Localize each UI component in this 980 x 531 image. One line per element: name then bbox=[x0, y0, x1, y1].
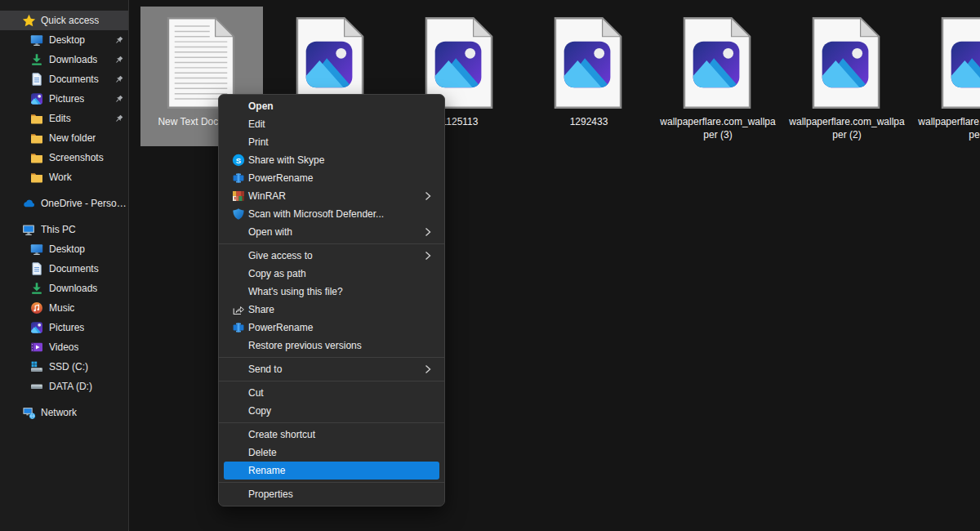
menu-icon-spacer bbox=[232, 446, 245, 459]
sidebar-item-new-folder[interactable]: New folder bbox=[0, 128, 128, 148]
menu-separator bbox=[219, 422, 444, 423]
sidebar-item-label: DATA (D:) bbox=[49, 381, 92, 392]
music-icon bbox=[29, 301, 44, 315]
menu-item-winrar[interactable]: WinRAR bbox=[224, 187, 439, 205]
menu-item-give-access-to[interactable]: Give access to bbox=[224, 247, 439, 265]
sidebar-item-label: SSD (C:) bbox=[49, 361, 88, 373]
menu-item-powerrename[interactable]: PowerRename bbox=[224, 319, 439, 337]
menu-item-copy-as-path[interactable]: Copy as path bbox=[224, 265, 439, 283]
sidebar-item-label: Videos bbox=[49, 341, 78, 353]
sidebar-item-work[interactable]: Work bbox=[0, 167, 128, 187]
sidebar-item-edits[interactable]: Edits bbox=[0, 109, 128, 128]
documents-icon bbox=[29, 73, 44, 87]
menu-icon-spacer bbox=[232, 428, 245, 441]
file-name: 1292433 bbox=[570, 116, 608, 134]
desktop-icon bbox=[29, 243, 44, 257]
share-icon bbox=[232, 303, 245, 316]
pin-icon bbox=[114, 114, 124, 124]
desktop-icon bbox=[29, 33, 44, 47]
menu-item-open[interactable]: Open bbox=[224, 97, 439, 115]
sidebar-item-videos[interactable]: Videos bbox=[0, 337, 128, 357]
drive-icon bbox=[29, 380, 44, 394]
menu-item-open-with[interactable]: Open with bbox=[224, 223, 439, 241]
sidebar-item-desktop[interactable]: Desktop bbox=[0, 30, 128, 50]
menu-item-label: Open with bbox=[248, 226, 292, 238]
sidebar-item-downloads[interactable]: Downloads bbox=[0, 50, 128, 69]
sidebar-item-downloads[interactable]: Downloads bbox=[0, 279, 128, 298]
menu-item-label: Cut bbox=[248, 387, 264, 399]
menu-item-label: Delete bbox=[248, 447, 277, 458]
menu-separator bbox=[219, 357, 444, 358]
menu-separator bbox=[219, 243, 444, 244]
menu-icon-spacer bbox=[232, 118, 245, 131]
star-icon bbox=[21, 14, 36, 28]
image-file-icon bbox=[683, 16, 753, 111]
sidebar-item-network[interactable]: Network bbox=[0, 403, 128, 422]
downloads-icon bbox=[29, 282, 44, 296]
sidebar-item-screenshots[interactable]: Screenshots bbox=[0, 148, 128, 167]
menu-icon-spacer bbox=[232, 136, 245, 149]
menu-item-print[interactable]: Print bbox=[224, 133, 439, 151]
menu-item-share-with-skype[interactable]: SShare with Skype bbox=[224, 151, 439, 169]
sidebar-item-pictures[interactable]: Pictures bbox=[0, 89, 128, 109]
sidebar-item-documents[interactable]: Documents bbox=[0, 259, 128, 279]
sidebar-item-ssd-c[interactable]: SSD (C:) bbox=[0, 357, 128, 377]
documents-icon bbox=[29, 262, 44, 276]
menu-item-rename[interactable]: Rename bbox=[224, 462, 439, 480]
menu-item-powerrename[interactable]: PowerRename bbox=[224, 169, 439, 187]
menu-icon-spacer bbox=[232, 100, 245, 113]
menu-item-label: Restore previous versions bbox=[248, 340, 362, 351]
file-tile-wallpaperflare-com-wallpaper-3[interactable]: wallpaperflare.com_wallpaper (3) bbox=[657, 7, 779, 146]
file-name: wallpaperflare.com_wallpaper bbox=[916, 116, 980, 146]
sidebar-item-quick-access[interactable]: Quick access bbox=[0, 11, 128, 30]
file-explorer-window: Quick accessDesktopDownloadsDocumentsPic… bbox=[0, 0, 980, 531]
image-file-icon bbox=[941, 16, 980, 111]
menu-item-label: PowerRename bbox=[248, 322, 313, 333]
file-tile-wallpaperflare-com-wallpaper[interactable]: wallpaperflare.com_wallpaper bbox=[915, 7, 980, 146]
menu-icon-spacer bbox=[232, 404, 245, 417]
folder-icon bbox=[29, 132, 44, 145]
sidebar-item-music[interactable]: Music bbox=[0, 298, 128, 318]
menu-item-what-s-using-this-file[interactable]: What's using this file? bbox=[224, 283, 439, 301]
menu-icon-spacer bbox=[232, 285, 245, 298]
sidebar-item-data-d[interactable]: DATA (D:) bbox=[0, 377, 128, 396]
sidebar-item-desktop[interactable]: Desktop bbox=[0, 239, 128, 259]
file-tile-1292433[interactable]: 1292433 bbox=[528, 7, 650, 146]
menu-item-send-to[interactable]: Send to bbox=[224, 360, 439, 378]
network-icon bbox=[21, 406, 36, 420]
sidebar-item-label: Pictures bbox=[49, 93, 84, 105]
menu-item-edit[interactable]: Edit bbox=[224, 115, 439, 133]
menu-item-create-shortcut[interactable]: Create shortcut bbox=[224, 426, 439, 444]
folder-icon bbox=[29, 171, 44, 185]
menu-item-label: Create shortcut bbox=[248, 429, 315, 440]
menu-icon-spacer bbox=[232, 267, 245, 280]
menu-item-delete[interactable]: Delete bbox=[224, 444, 439, 462]
downloads-icon bbox=[29, 53, 44, 67]
sidebar-item-label: Work bbox=[49, 172, 72, 183]
file-name: wallpaperflare.com_wallpaper (2) bbox=[787, 116, 906, 146]
menu-item-cut[interactable]: Cut bbox=[224, 384, 439, 402]
menu-item-label: Scan with Microsoft Defender... bbox=[248, 208, 384, 220]
sidebar-item-label: Desktop bbox=[49, 34, 85, 46]
menu-item-scan-with-microsoft-defender[interactable]: Scan with Microsoft Defender... bbox=[224, 205, 439, 223]
menu-item-share[interactable]: Share bbox=[224, 301, 439, 319]
file-tile-wallpaperflare-com-wallpaper-2[interactable]: wallpaperflare.com_wallpaper (2) bbox=[786, 7, 908, 146]
menu-item-restore-previous-versions[interactable]: Restore previous versions bbox=[224, 337, 439, 355]
sidebar-item-label: Documents bbox=[49, 74, 99, 85]
menu-icon-spacer bbox=[232, 363, 245, 376]
sidebar-item-this-pc[interactable]: This PC bbox=[0, 220, 128, 239]
context-menu: OpenEditPrintSShare with SkypePowerRenam… bbox=[218, 94, 445, 506]
menu-icon-spacer bbox=[232, 464, 245, 477]
sidebar-item-documents[interactable]: Documents bbox=[0, 69, 128, 89]
menu-item-label: Open bbox=[248, 100, 274, 112]
defender-icon bbox=[232, 207, 245, 221]
pictures-icon bbox=[29, 321, 44, 335]
menu-item-properties[interactable]: Properties bbox=[224, 485, 439, 503]
sidebar-item-pictures[interactable]: Pictures bbox=[0, 318, 128, 337]
image-file-icon bbox=[554, 16, 624, 111]
file-name: wallpaperflare.com_wallpaper (3) bbox=[658, 116, 777, 146]
menu-item-label: Properties bbox=[248, 489, 293, 500]
sidebar-item-onedrive-personal[interactable]: OneDrive - Personal bbox=[0, 194, 128, 213]
sidebar-item-label: Desktop bbox=[49, 243, 85, 255]
menu-item-copy[interactable]: Copy bbox=[224, 402, 439, 420]
